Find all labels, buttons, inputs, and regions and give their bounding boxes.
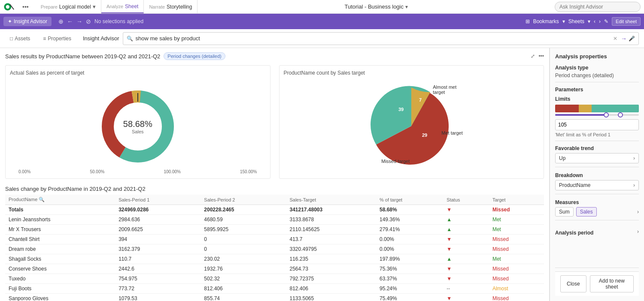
- sheets-arrow[interactable]: ▾: [588, 18, 590, 24]
- search-input[interactable]: [136, 35, 613, 42]
- donut-chart-title: Actual Sales as percent of target: [10, 70, 266, 76]
- pie-chart-inner: 39 29 7 Almost met target Met target Mis…: [355, 81, 467, 172]
- row-target: 1133.5065: [286, 294, 376, 301]
- expand-icon[interactable]: ⤢: [531, 53, 535, 59]
- prepare-value[interactable]: Logical model: [59, 4, 91, 10]
- pencil-icon[interactable]: ✎: [604, 18, 608, 24]
- totals-period2: 200228.2465: [200, 205, 286, 215]
- slider-wrapper: [555, 114, 639, 116]
- row-target: 413.7: [286, 235, 376, 244]
- totals-target: 341217.48003: [286, 205, 376, 215]
- row-period2: 855.74: [200, 294, 286, 301]
- tab-assets[interactable]: □ Assets: [5, 33, 35, 45]
- col-period1: Sales-Period 1: [115, 195, 200, 205]
- row-target-label: Almost: [489, 284, 544, 294]
- nav-next-icon[interactable]: ›: [599, 18, 601, 24]
- measure-field-chip[interactable]: Sales: [576, 207, 597, 217]
- col-period2: Sales-Period 2: [200, 195, 286, 205]
- clear-selection-icon[interactable]: ⊘: [86, 18, 91, 25]
- back-icon[interactable]: ←: [67, 18, 73, 25]
- row-pct: 149.36%: [376, 215, 443, 225]
- row-name: Mr X Trousers: [5, 225, 115, 235]
- grid-icon[interactable]: ⊞: [526, 18, 530, 24]
- insight-advisor-btn[interactable]: ✦ Insight Advisor: [3, 17, 52, 26]
- row-period1: 1079.53: [115, 294, 200, 301]
- bookmarks-arrow[interactable]: ▾: [562, 18, 565, 24]
- table-row: Shagall Socks 110.7 230.02 116.235 197.8…: [5, 254, 544, 264]
- row-status-icon: ▲: [447, 226, 452, 232]
- analysis-type-label: Analysis type: [555, 65, 639, 71]
- donut-chart: 58.68% Sales: [10, 79, 266, 174]
- row-status-icon: ▼: [447, 276, 452, 282]
- slider-thumb-right[interactable]: [618, 112, 623, 117]
- col-status: Status: [443, 195, 489, 205]
- breakdown-dropdown[interactable]: ProductName ›: [555, 180, 639, 190]
- main-content: Sales results by ProductName between 201…: [0, 48, 644, 301]
- microphone-icon[interactable]: 🎤: [629, 36, 635, 42]
- header-icons: ⤢ •••: [531, 53, 544, 59]
- pie-legend-almost: Almost met target: [433, 84, 467, 95]
- right-content: Analysis properties Analysis type Period…: [555, 53, 639, 268]
- totals-pct: 58.68%: [376, 205, 443, 215]
- nav-prev-icon[interactable]: ‹: [594, 18, 595, 24]
- pie-missed-label: 39: [398, 107, 404, 112]
- ask-insight-input[interactable]: [555, 2, 641, 12]
- sheets-btn[interactable]: Sheets: [568, 18, 584, 24]
- met-limit-input[interactable]: [555, 119, 639, 130]
- row-period2: 4680.59: [200, 215, 286, 225]
- add-to-sheet-button[interactable]: Add to new sheet: [590, 275, 634, 292]
- row-status: ▲: [443, 225, 489, 235]
- row-period1: 3162.379: [115, 244, 200, 254]
- row-target-label: Met: [489, 215, 544, 225]
- prepare-label: Prepare: [41, 4, 58, 9]
- row-target: 2110.145625: [286, 225, 376, 235]
- row-pct: 0.00%: [376, 244, 443, 254]
- row-status-icon: ▼: [447, 295, 452, 301]
- totals-status-icon: ▼: [447, 207, 452, 213]
- row-pct: 63.37%: [376, 274, 443, 284]
- title-dropdown-icon[interactable]: ▾: [405, 4, 408, 10]
- prepare-dropdown[interactable]: ▾: [93, 3, 96, 10]
- row-target-value: Missed: [492, 266, 509, 272]
- color-bar: [555, 105, 639, 112]
- row-pct: 197.89%: [376, 254, 443, 264]
- row-status: ▲: [443, 254, 489, 264]
- slider-thumb-left[interactable]: [604, 112, 609, 117]
- measure-agg-chip[interactable]: Sum: [555, 207, 574, 217]
- edit-sheet-btn[interactable]: Edit sheet: [612, 17, 641, 26]
- search-col-icon[interactable]: 🔍: [39, 197, 45, 202]
- table-title: Sales change by ProductName in 2019-Q2 a…: [5, 186, 146, 192]
- forward-icon[interactable]: →: [76, 18, 82, 25]
- totals-target-value: Missed: [492, 207, 510, 213]
- clear-search-icon[interactable]: ✕: [613, 36, 617, 42]
- row-period2: 1932.76: [200, 264, 286, 274]
- table-row: Dream robe 3162.379 0 3320.49795 0.00% ▼…: [5, 244, 544, 254]
- app-title: Tutorial - Business logic: [344, 3, 404, 10]
- smart-search-icon[interactable]: ⊕: [58, 18, 64, 25]
- row-target: 812.406: [286, 284, 376, 294]
- more-options-icon[interactable]: •••: [538, 53, 544, 59]
- row-period1: 110.7: [115, 254, 200, 264]
- row-target-value: Missed: [492, 276, 509, 282]
- nav-prepare-section: Prepare Logical model ▾: [36, 0, 101, 13]
- narrate-value[interactable]: Storytelling: [167, 4, 192, 10]
- analyze-value[interactable]: Sheet: [125, 3, 138, 9]
- totals-target-label: Missed: [489, 205, 544, 215]
- close-button[interactable]: Close: [560, 275, 586, 292]
- favorable-dropdown[interactable]: Up ›: [555, 153, 639, 163]
- analysis-period-row[interactable]: Analysis period ›: [555, 226, 639, 238]
- search-submit-icon[interactable]: →: [621, 35, 627, 42]
- row-status: ▼: [443, 264, 489, 274]
- nav-more-icon[interactable]: •••: [22, 3, 29, 10]
- right-panel-inner: Analysis properties Analysis type Period…: [555, 53, 639, 296]
- measure-expand-icon[interactable]: ›: [637, 209, 639, 215]
- tab-properties[interactable]: ≡ Properties: [38, 33, 76, 45]
- measures-section: Measures Sum Sales ›: [555, 199, 639, 217]
- selection-text: No selections applied: [94, 18, 143, 24]
- bookmarks-btn[interactable]: Bookmarks: [533, 18, 559, 24]
- pie-chart-container: ProductName count by Sales target: [279, 65, 544, 179]
- row-target-label: Missed: [489, 274, 544, 284]
- search-bar: □ Assets ≡ Properties Insight Advisor 🔍 …: [0, 29, 644, 48]
- row-target: 792.72375: [286, 274, 376, 284]
- row-period2: 0: [200, 244, 286, 254]
